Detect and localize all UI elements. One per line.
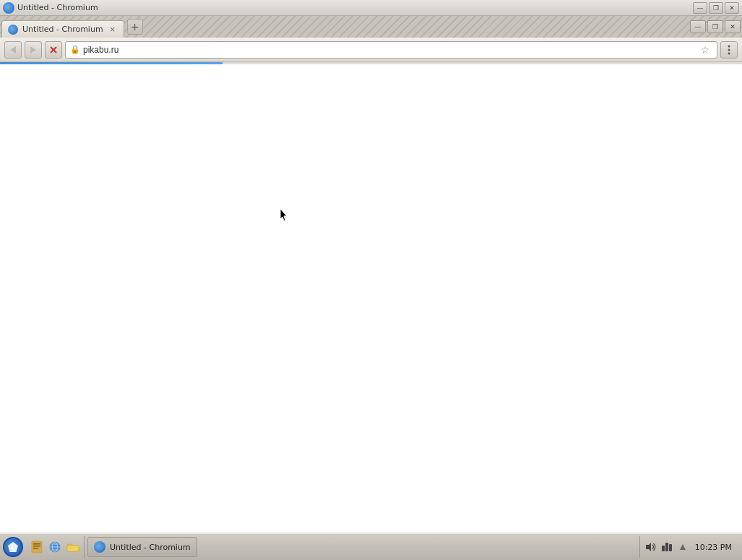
taskbar-chromium-icon [94, 541, 105, 553]
svg-marker-1 [30, 46, 36, 53]
window-title: Untitled - Chromium [17, 3, 98, 12]
start-button[interactable] [3, 537, 23, 557]
back-button[interactable] [4, 41, 22, 59]
svg-rect-21 [669, 544, 672, 551]
tab-title: Untitled - Chromium [22, 25, 103, 34]
svg-marker-0 [10, 46, 16, 53]
stop-icon [49, 46, 58, 54]
bookmark-button[interactable]: ☆ [698, 43, 712, 57]
mouse-cursor [280, 209, 289, 222]
svg-marker-7 [280, 209, 287, 221]
files-icon [30, 540, 43, 553]
quicklaunch-files-button[interactable] [29, 539, 45, 555]
quick-launch [26, 536, 85, 558]
tab-bar: Untitled - Chromium × + — ❐ ✕ [0, 16, 742, 38]
svg-point-6 [728, 52, 730, 54]
quicklaunch-web-button[interactable] [47, 539, 63, 555]
svg-marker-22 [680, 544, 686, 550]
svg-rect-19 [665, 543, 668, 551]
forward-icon [30, 46, 37, 54]
close-button[interactable]: ✕ [725, 2, 739, 14]
svg-point-5 [728, 48, 730, 51]
svg-rect-11 [33, 548, 38, 549]
tab-close-button-right[interactable]: ✕ [725, 20, 741, 33]
new-tab-button[interactable]: + [127, 19, 143, 35]
svg-rect-8 [32, 541, 42, 553]
system-tray: 10:23 PM [639, 536, 739, 558]
title-bar: Untitled - Chromium — ❐ ✕ [0, 0, 742, 16]
secure-icon: 🔒 [70, 45, 80, 54]
url-input[interactable] [83, 45, 695, 55]
menu-dots-icon [724, 45, 734, 55]
svg-marker-18 [646, 543, 651, 551]
quicklaunch-folder-button[interactable] [65, 539, 81, 555]
tab-minimize-button[interactable]: — [690, 20, 706, 33]
start-icon [8, 542, 18, 552]
restore-button[interactable]: ❐ [709, 2, 723, 14]
forward-button[interactable] [25, 41, 42, 59]
system-clock[interactable]: 10:23 PM [692, 543, 735, 552]
web-icon [48, 540, 61, 553]
folder-icon [66, 540, 79, 553]
taskbar-window-chromium[interactable]: Untitled - Chromium [87, 537, 197, 557]
browser-menu-button[interactable] [720, 41, 738, 59]
nav-bar: 🔒 ☆ [0, 38, 742, 62]
content-area [0, 64, 742, 533]
minimize-button[interactable]: — [693, 2, 707, 14]
tray-notification-icon[interactable] [676, 540, 689, 553]
back-icon [9, 46, 17, 54]
stop-reload-button[interactable] [45, 41, 62, 59]
svg-rect-10 [33, 546, 40, 547]
app-icon [3, 2, 14, 14]
tab-bar-window-controls: — ❐ ✕ [690, 20, 741, 33]
triangle-icon [679, 543, 686, 551]
browser-tab[interactable]: Untitled - Chromium × [1, 20, 124, 38]
tab-restore-button[interactable]: ❐ [707, 20, 723, 33]
address-bar[interactable]: 🔒 ☆ [65, 41, 717, 59]
window-controls: — ❐ ✕ [693, 2, 739, 14]
svg-rect-20 [662, 546, 665, 551]
tray-volume-icon[interactable] [644, 540, 657, 553]
svg-point-4 [728, 45, 730, 47]
network-icon [661, 542, 673, 552]
taskbar-window-title: Untitled - Chromium [110, 543, 191, 552]
tab-close-button[interactable]: × [108, 25, 118, 35]
taskbar: Untitled - Chromium 10:23 PM [0, 533, 742, 560]
svg-rect-17 [67, 546, 79, 551]
tray-network-icon[interactable] [660, 540, 673, 553]
volume-icon [645, 542, 657, 552]
svg-rect-9 [33, 543, 40, 545]
tab-favicon [8, 25, 18, 35]
